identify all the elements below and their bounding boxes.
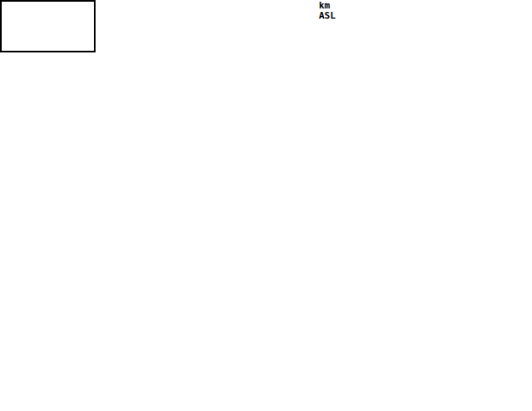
skewt-plot-canvas [0,0,532,411]
altitude-axis-unit: kmASL [319,1,336,21]
km-unit-line2: ASL [319,10,336,21]
skewt-sounding-page: kmASL [0,0,532,411]
